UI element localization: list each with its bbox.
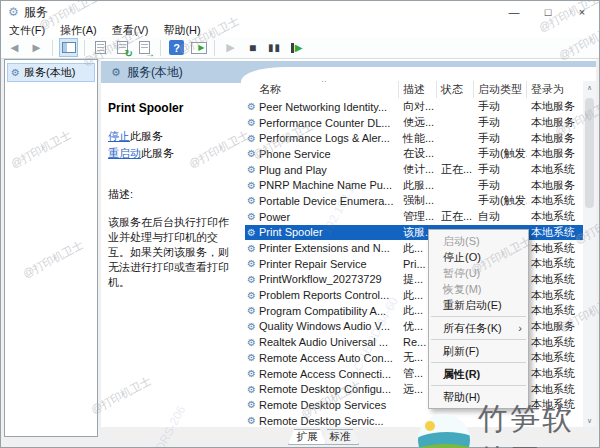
service-row[interactable]: ⚙Remote Access Connecti...管...本地系统 [245, 366, 583, 382]
menu-separator [431, 316, 526, 317]
scrollbar-thumb[interactable] [585, 98, 594, 208]
stop-service-link[interactable]: 停止 [108, 130, 130, 142]
maximize-button[interactable]: □ [531, 1, 565, 23]
submenu-arrow-icon: › [518, 320, 522, 336]
pane-window-glyph: ▶ [191, 42, 207, 54]
minimize-button[interactable]: — [497, 1, 531, 23]
stop-glyph: ■ [249, 41, 256, 55]
service-summary-panel: Print Spooler 停止此服务 重启动此服务 描述: 该服务在后台执行打… [101, 83, 241, 427]
service-gear-icon: ⚙ [247, 290, 256, 301]
toolbar-separator [214, 40, 215, 56]
menu-file[interactable]: 文件(F) [9, 23, 45, 37]
export-icon[interactable]: → [135, 38, 154, 57]
menu-help[interactable]: 帮助(H) [163, 23, 200, 37]
restart-service-link[interactable]: 重启动 [108, 147, 141, 159]
restart-service-icon[interactable]: ▶ [287, 38, 306, 57]
service-gear-icon: ⚙ [247, 180, 256, 191]
service-gear-icon: ⚙ [247, 195, 256, 206]
restart-bar-glyph [291, 43, 294, 53]
close-button[interactable]: × [565, 1, 599, 23]
export-list-icon[interactable] [91, 38, 110, 57]
site-logo: 竹笋软件园 [418, 399, 600, 448]
restart-service-suffix: 此服务 [141, 147, 174, 159]
menu-view[interactable]: 查看(V) [112, 23, 149, 37]
service-gear-icon: ⚙ [247, 148, 256, 159]
service-gear-icon: ⚙ [247, 368, 256, 379]
service-row[interactable]: ⚙PNRP Machine Name Pu...此服...手动本地服务 [245, 177, 583, 193]
stop-service-icon[interactable]: ■ [243, 38, 262, 57]
menu-bar: 文件(F) 操作(A) 查看(V) 帮助(H) [1, 23, 599, 37]
service-row[interactable]: ⚙Performance Counter DL...使远...手动本地服务 [245, 115, 583, 131]
service-gear-icon: ⚙ [247, 352, 256, 363]
service-row[interactable]: ⚙Remote Access Auto Con...无...本地系统 [245, 350, 583, 366]
services-window: ⚙ 服务 — □ × 文件(F) 操作(A) 查看(V) 帮助(H) ◄ ► ↻… [0, 0, 600, 448]
service-gear-icon: ⚙ [247, 274, 256, 285]
scroll-up-icon[interactable]: ∧ [587, 81, 592, 94]
vertical-scrollbar[interactable]: ∧ ∨ [583, 81, 596, 427]
service-gear-icon: ⚙ [247, 117, 256, 128]
menu-action[interactable]: 操作(A) [60, 23, 97, 37]
toolbar-separator [52, 40, 53, 56]
view-tabs: 扩展 标准 [288, 429, 354, 445]
context-menu-item-pause: 暂停(U) [429, 265, 528, 281]
service-row[interactable]: ⚙Problem Reports Control...此...本地系统 [245, 287, 583, 303]
tree-item-label: 服务(本地) [24, 65, 75, 80]
service-row[interactable]: ⚙Printer Extensions and N...此...本地系统 [245, 240, 583, 256]
service-gear-icon: ⚙ [247, 258, 256, 269]
list-header: 名称∧ 描述 状态 启动类型 登录为 [245, 81, 583, 98]
context-menu-item-all-tasks[interactable]: 所有任务(K)› [429, 320, 528, 336]
tab-extended[interactable]: 扩展 [288, 429, 326, 445]
service-row[interactable]: ⚙Phone Service在设...手动(触发...本地服务 [245, 146, 583, 162]
refresh-icon[interactable]: ↻ [113, 38, 132, 57]
service-row[interactable]: ⚙Performance Logs & Aler...性能...手动本地服务 [245, 130, 583, 146]
context-menu-item-properties[interactable]: 属性(R) [429, 366, 528, 382]
stop-service-line: 停止此服务 [108, 129, 237, 144]
service-row[interactable]: ⚙Printer Repair ServicePri...本地系统 [245, 256, 583, 272]
console-tree-pane: ⚙ 服务(本地) [4, 59, 98, 437]
service-gear-icon: ⚙ [247, 211, 256, 222]
service-gear-icon: ⚙ [247, 164, 256, 175]
start-service-icon: ▶ [221, 38, 240, 57]
toolbar-separator [160, 40, 161, 56]
context-menu-item-start: 启动(S) [429, 233, 528, 249]
export-arrow-glyph: → [145, 49, 155, 59]
service-row[interactable]: ⚙Quality Windows Audio V...优...本地服务 [245, 319, 583, 335]
service-row[interactable]: ⚙Realtek Audio Universal ...Re...本地系统 [245, 334, 583, 350]
service-row[interactable]: ⚙PrintWorkflow_20273729提...本地系统 [245, 272, 583, 288]
column-header-description[interactable]: 描述 [399, 81, 437, 98]
forward-icon[interactable]: ► [27, 38, 46, 57]
back-icon[interactable]: ◄ [5, 38, 24, 57]
context-menu-item-stop[interactable]: 停止(O) [429, 249, 528, 265]
restart-service-line: 重启动此服务 [108, 146, 237, 161]
service-row[interactable]: ⚙Power管理...正在...自动本地系统 [245, 209, 583, 225]
bamboo-logo-icon [418, 414, 470, 448]
pause-service-icon[interactable]: ▮▮ [265, 38, 284, 57]
service-row[interactable]: ⚙Remote Desktop Configu...远...本地系统 [245, 381, 583, 397]
column-header-startup-type[interactable]: 启动类型 [474, 81, 527, 98]
context-menu-item-refresh[interactable]: 刷新(F) [429, 343, 528, 359]
console-tree-icon[interactable] [59, 38, 78, 57]
console-window-glyph [62, 42, 76, 53]
menu-separator [431, 385, 526, 386]
services-icon: ⚙ [111, 66, 121, 79]
column-header-status[interactable]: 状态 [437, 81, 474, 98]
service-row[interactable]: ⚙Print Spooler该服...本地系统 [245, 225, 583, 241]
column-header-name[interactable]: 名称∧ [245, 81, 399, 98]
service-row[interactable]: ⚙Program Compatibility A...此...本地系统 [245, 303, 583, 319]
service-gear-icon: ⚙ [247, 101, 256, 112]
service-gear-icon: ⚙ [247, 399, 256, 410]
help-icon[interactable]: ? [167, 38, 186, 57]
service-gear-icon: ⚙ [247, 321, 256, 332]
service-row[interactable]: ⚙Peer Networking Identity...向对...手动本地服务 [245, 99, 583, 115]
description-label: 描述: [108, 187, 237, 202]
column-header-logon-as[interactable]: 登录为 [527, 81, 583, 98]
services-gear-icon: ⚙ [11, 67, 20, 78]
context-menu-item-restart[interactable]: 重新启动(E) [429, 297, 528, 313]
action-pane-icon[interactable]: ▶ [189, 38, 208, 57]
service-gear-icon: ⚙ [247, 415, 256, 426]
tree-item-services-local[interactable]: ⚙ 服务(本地) [7, 63, 95, 82]
service-row[interactable]: ⚙Plug and Play使计...正在...手动本地系统 [245, 162, 583, 178]
service-row[interactable]: ⚙Portable Device Enumera...强制...手动(触发...… [245, 193, 583, 209]
tab-standard[interactable]: 标准 [321, 429, 359, 445]
document-glyph [95, 41, 106, 54]
